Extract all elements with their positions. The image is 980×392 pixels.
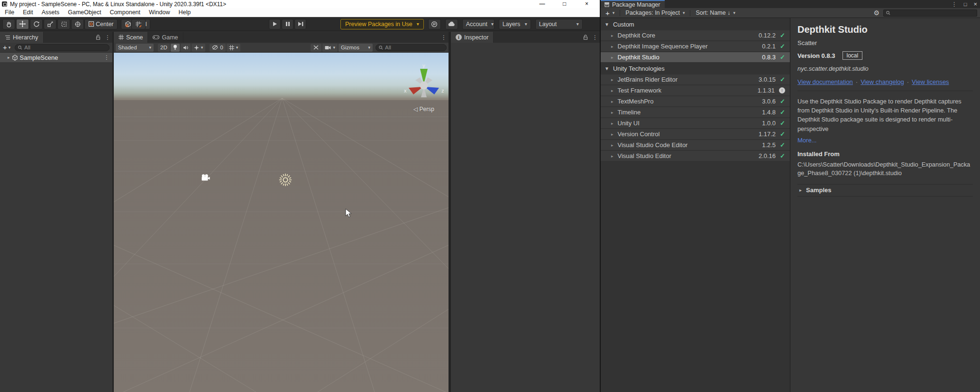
scale-tool-button[interactable] (44, 19, 56, 29)
menu-item-file[interactable]: File (0, 8, 18, 17)
layers-dropdown[interactable]: Layers ▾ (499, 19, 531, 29)
axis-y-label: y (422, 63, 425, 68)
samples-foldout[interactable]: ▸ Samples (797, 184, 973, 196)
add-package-button[interactable]: + ▾ (604, 9, 616, 17)
foldout-open-icon: ▼ (604, 22, 609, 27)
hierarchy-search-input[interactable]: All (15, 44, 110, 51)
foldout-caret-icon: ▸ (611, 132, 614, 137)
package-row[interactable]: ▸Depthkit Image Sequence Player0.2.1✓ (601, 41, 790, 51)
kebab-menu-icon[interactable]: ⋮ (592, 34, 598, 41)
sort-dropdown[interactable]: Sort: Name ↓ ▾ (694, 9, 737, 16)
tab-game[interactable]: Game (148, 32, 183, 43)
shading-mode-label: Shaded (118, 45, 137, 50)
move-tool-button[interactable] (16, 19, 29, 29)
account-dropdown[interactable]: Account ▾ (462, 19, 495, 29)
package-row[interactable]: ▸JetBrains Rider Editor3.0.15✓ (601, 75, 790, 84)
kebab-menu-icon[interactable]: ⋮ (104, 54, 110, 61)
package-group-header[interactable]: ▼Custom (601, 19, 790, 29)
menu-item-edit[interactable]: Edit (18, 8, 37, 17)
package-manager-window: Package Manager ⋮ □ × + ▾ Packages: In P… (600, 0, 980, 392)
foldout-caret-icon[interactable]: ▸ (8, 55, 10, 60)
packages-filter-dropdown[interactable]: Packages: In Project ▾ (623, 9, 687, 16)
add-gameobject-button[interactable]: + (3, 44, 7, 51)
scene-visibility-toggle[interactable]: 0 (210, 44, 225, 52)
scene-tools-button[interactable] (311, 44, 321, 52)
package-row[interactable]: ▸TextMeshPro3.0.6✓ (601, 96, 790, 106)
tab-scene[interactable]: Scene (114, 32, 148, 43)
package-row[interactable]: ▸Unity UI1.0.0✓ (601, 118, 790, 128)
samples-label: Samples (806, 187, 831, 194)
link-separator: · (907, 78, 909, 85)
pivot-toggle-button[interactable]: Center (84, 19, 118, 29)
maximize-button[interactable]: □ (964, 1, 967, 7)
tab-hierarchy[interactable]: Hierarchy (0, 32, 44, 43)
package-row[interactable]: ▸Timeline1.4.8✓ (601, 107, 790, 117)
rotate-tool-button[interactable] (30, 19, 43, 29)
menu-item-help[interactable]: Help (174, 8, 195, 17)
rect-tool-button[interactable] (57, 19, 70, 29)
play-button[interactable] (269, 19, 281, 29)
scene-lighting-toggle[interactable] (171, 44, 180, 52)
kebab-menu-icon[interactable]: ⋮ (441, 34, 447, 41)
perspective-mode-label[interactable]: ◁ Persp (401, 106, 447, 112)
package-search-input[interactable] (883, 9, 977, 17)
layout-dropdown[interactable]: Layout ▾ (535, 19, 583, 29)
gizmos-dropdown[interactable]: Gizmos ▾ (339, 44, 373, 52)
kebab-menu-icon[interactable]: ⋮ (952, 1, 957, 8)
lock-icon[interactable] (96, 35, 101, 40)
tab-package-manager[interactable]: Package Manager (601, 0, 665, 8)
directional-light-gizmo-icon[interactable] (279, 173, 292, 187)
maximize-button[interactable]: □ (553, 0, 576, 8)
hand-tool-button[interactable] (2, 19, 15, 29)
tab-inspector[interactable]: i Inspector (451, 32, 494, 43)
grid-visibility-dropdown[interactable]: ▾ (227, 44, 241, 52)
playmode-controls (269, 19, 306, 29)
preview-packages-dropdown[interactable]: Preview Packages in Use ▾ (340, 19, 424, 29)
package-row[interactable]: ▸Test Framework1.1.31↑ (601, 85, 790, 95)
link-view-licenses[interactable]: View licenses (912, 78, 949, 85)
menu-item-window[interactable]: Window (145, 8, 174, 17)
link-view-documentation[interactable]: View documentation (797, 78, 853, 85)
scene-viewport[interactable]: y x z ◁ Persp (114, 53, 449, 392)
axis-z-label: z (441, 88, 444, 93)
minimize-button[interactable]: — (531, 0, 553, 8)
scene-search-input[interactable]: All (376, 44, 447, 51)
gear-icon[interactable]: ⚙ (873, 9, 879, 17)
step-button[interactable] (294, 19, 306, 29)
scene-camera-dropdown[interactable]: ▾ (322, 44, 338, 52)
package-row[interactable]: ▸Visual Studio Editor2.0.16✓ (601, 151, 790, 161)
package-name: Test Framework (618, 87, 758, 94)
plastic-scm-button[interactable] (428, 19, 441, 29)
package-name: Unity UI (618, 120, 762, 127)
scene-audio-toggle[interactable] (181, 44, 191, 52)
close-button[interactable]: × (576, 0, 598, 8)
hierarchy-search-placeholder: All (24, 45, 30, 50)
close-button[interactable]: × (973, 0, 977, 8)
transform-tool-button[interactable] (71, 19, 84, 29)
package-row[interactable]: ▸Visual Studio Code Editor1.2.5✓ (601, 140, 790, 150)
package-row[interactable]: ▸Depthkit Studio0.8.3✓ (601, 52, 790, 62)
package-row[interactable]: ▸Depthkit Core0.12.2✓ (601, 30, 790, 40)
package-version: 2.0.16 (759, 152, 776, 159)
pause-button[interactable] (282, 19, 293, 29)
more-link[interactable]: More... (797, 137, 973, 144)
shading-mode-dropdown[interactable]: Shaded ▾ (116, 44, 154, 52)
caret-down-icon: ▾ (149, 45, 151, 50)
kebab-menu-icon[interactable]: ⋮ (105, 34, 110, 41)
menu-item-gameobject[interactable]: GameObject (64, 8, 105, 17)
lock-icon[interactable] (583, 35, 588, 40)
package-row[interactable]: ▸Version Control1.17.2✓ (601, 129, 790, 139)
camera-gizmo-icon[interactable] (201, 174, 211, 181)
grid-snapping-button[interactable] (131, 19, 146, 29)
effects-dropdown[interactable]: ▾ (192, 44, 206, 52)
caret-down-icon[interactable]: ▾ (9, 45, 11, 50)
package-group-header[interactable]: ▼Unity Technologies (601, 63, 790, 74)
scene-row-sample-scene[interactable]: ▸ SampleScene ⋮ (0, 53, 112, 62)
scene-orientation-gizmo[interactable]: y x z ◁ Persp (401, 63, 447, 112)
link-view-changelog[interactable]: View changelog (861, 78, 904, 85)
2d-toggle-button[interactable]: 2D (158, 44, 170, 52)
lightbulb-icon (173, 45, 177, 50)
menu-item-component[interactable]: Component (105, 8, 145, 17)
cloud-services-button[interactable] (445, 19, 458, 29)
menu-item-assets[interactable]: Assets (37, 8, 64, 17)
